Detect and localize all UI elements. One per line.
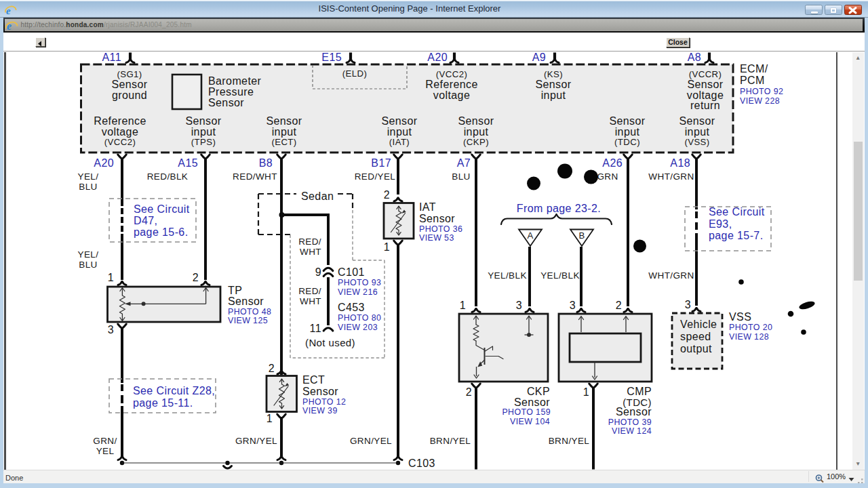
svg-text:PHOTO 39: PHOTO 39: [608, 418, 652, 427]
svg-text:VIEW 39: VIEW 39: [302, 406, 338, 415]
svg-text:B17: B17: [371, 157, 391, 169]
svg-text:ECT: ECT: [302, 374, 325, 386]
svg-text:Sensor: Sensor: [679, 115, 715, 127]
svg-text:A7: A7: [457, 157, 471, 169]
svg-text:1: 1: [108, 272, 114, 283]
svg-text:ECM/: ECM/: [740, 63, 768, 75]
svg-text:WHT: WHT: [300, 296, 321, 306]
svg-text:RED/: RED/: [298, 286, 321, 296]
svg-text:11: 11: [310, 323, 321, 334]
svg-text:YEL/BLK: YEL/BLK: [540, 270, 580, 281]
svg-text:GRN/YEL: GRN/YEL: [235, 436, 277, 446]
svg-text:WHT: WHT: [300, 247, 321, 257]
svg-text:CKP: CKP: [527, 386, 550, 397]
svg-text:VIEW 216: VIEW 216: [338, 287, 378, 297]
svg-text:A18: A18: [670, 157, 690, 169]
svg-text:PHOTO 36: PHOTO 36: [419, 224, 462, 234]
svg-text:Sensor: Sensor: [185, 115, 221, 127]
svg-text:PHOTO 92: PHOTO 92: [740, 87, 783, 96]
svg-text:GRN: GRN: [597, 171, 618, 182]
svg-text:C453: C453: [338, 302, 365, 313]
svg-text:WHT/GRN: WHT/GRN: [648, 270, 694, 281]
svg-text:A15: A15: [178, 157, 198, 169]
svg-text:VSS: VSS: [729, 311, 751, 323]
svg-text:3: 3: [570, 300, 576, 311]
svg-text:CMP: CMP: [627, 386, 652, 397]
svg-text:PHOTO 93: PHOTO 93: [338, 278, 381, 287]
svg-text:C101: C101: [338, 266, 365, 278]
svg-text:PCM: PCM: [740, 75, 765, 86]
svg-text:RED/BLK: RED/BLK: [147, 171, 189, 182]
svg-text:RED/WHT: RED/WHT: [233, 171, 277, 182]
svg-text:input: input: [464, 126, 489, 138]
svg-text:Sensor: Sensor: [458, 115, 494, 127]
svg-text:1: 1: [267, 413, 273, 424]
svg-text:PHOTO 159: PHOTO 159: [502, 407, 551, 417]
svg-text:input: input: [615, 126, 640, 138]
svg-text:Sensor: Sensor: [687, 79, 723, 90]
svg-text:YEL/: YEL/: [78, 171, 99, 182]
svg-text:Reference: Reference: [425, 79, 477, 90]
svg-text:voltage: voltage: [433, 89, 470, 101]
svg-text:A: A: [527, 230, 533, 241]
svg-text:Pressure: Pressure: [208, 86, 254, 98]
svg-text:GRN/YEL: GRN/YEL: [350, 436, 392, 446]
svg-text:(ELD): (ELD): [342, 68, 367, 79]
svg-text:(CKP): (CKP): [463, 137, 489, 147]
svg-text:2: 2: [384, 189, 390, 201]
svg-text:2: 2: [616, 300, 622, 311]
svg-text:Sensor: Sensor: [535, 79, 571, 90]
svg-text:page 15-7.: page 15-7.: [709, 230, 764, 241]
svg-text:1: 1: [583, 386, 589, 398]
svg-text:B: B: [578, 230, 585, 241]
svg-text:VIEW 124: VIEW 124: [612, 426, 652, 436]
svg-text:input: input: [272, 126, 297, 138]
svg-text:PHOTO 12: PHOTO 12: [302, 397, 346, 407]
svg-text:RED/: RED/: [298, 237, 321, 247]
svg-text:3: 3: [516, 300, 522, 311]
svg-text:voltage: voltage: [102, 126, 138, 138]
svg-text:return: return: [690, 100, 720, 111]
svg-text:See Circuit Z28,: See Circuit Z28,: [133, 385, 215, 396]
svg-text:VIEW 128: VIEW 128: [729, 332, 769, 342]
svg-text:A26: A26: [602, 157, 623, 169]
svg-text:BRN/YEL: BRN/YEL: [549, 436, 590, 446]
svg-text:BLU: BLU: [79, 260, 97, 270]
svg-text:BLU: BLU: [452, 171, 470, 182]
svg-text:TP: TP: [228, 285, 242, 296]
svg-text:Sensor: Sensor: [609, 115, 645, 127]
svg-text:Sensor: Sensor: [616, 406, 652, 418]
svg-text:E15: E15: [321, 52, 342, 63]
svg-text:YEL/BLK: YEL/BLK: [488, 270, 527, 281]
svg-text:1: 1: [460, 300, 466, 311]
svg-text:3: 3: [108, 324, 114, 336]
svg-text:(SG1): (SG1): [117, 69, 142, 79]
svg-text:VIEW 53: VIEW 53: [419, 233, 454, 243]
svg-text:Sensor: Sensor: [381, 115, 417, 127]
svg-text:(ECT): (ECT): [271, 137, 296, 147]
svg-text:1: 1: [384, 241, 390, 253]
svg-text:speed: speed: [680, 331, 711, 342]
svg-text:WHT/GRN: WHT/GRN: [648, 171, 694, 182]
svg-text:input: input: [387, 126, 412, 138]
svg-text:Sensor: Sensor: [514, 396, 550, 408]
svg-text:Sensor: Sensor: [419, 213, 455, 224]
svg-text:(IAT): (IAT): [389, 137, 410, 147]
svg-text:YEL/: YEL/: [78, 249, 99, 260]
svg-text:2: 2: [466, 386, 472, 398]
svg-text:(Not used): (Not used): [305, 337, 355, 348]
svg-text:output: output: [680, 343, 712, 354]
svg-text:(KS): (KS): [544, 69, 563, 79]
svg-text:VIEW 104: VIEW 104: [510, 417, 550, 426]
svg-text:2: 2: [269, 363, 275, 374]
svg-text:C103: C103: [408, 458, 435, 469]
svg-text:input: input: [541, 89, 566, 101]
svg-text:(TDC): (TDC): [614, 137, 640, 147]
svg-text:See Circuit: See Circuit: [709, 206, 765, 218]
svg-text:From page 23-2.: From page 23-2.: [517, 203, 601, 214]
svg-text:(VCC2): (VCC2): [104, 137, 136, 147]
svg-text:3: 3: [685, 299, 691, 310]
svg-text:Sensor: Sensor: [208, 97, 244, 108]
svg-text:ground: ground: [112, 89, 147, 101]
svg-text:(VCC2): (VCC2): [436, 69, 467, 79]
